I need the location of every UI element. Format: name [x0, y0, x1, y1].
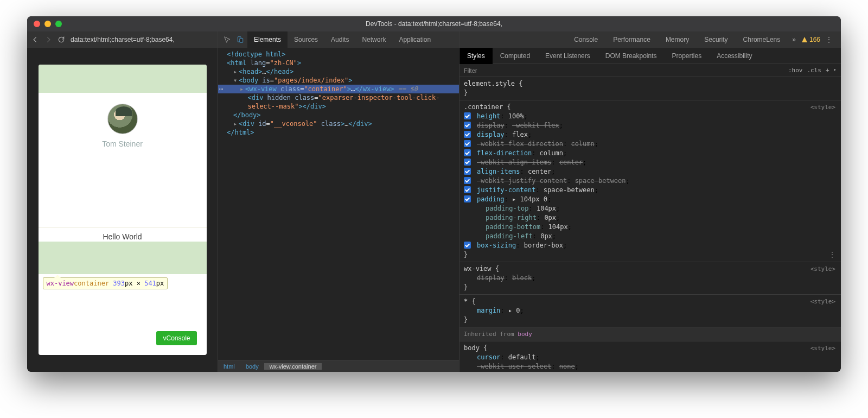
css-prop[interactable]: -webkit-align-items: center; [464, 158, 837, 167]
tab-memory[interactable]: Memory [659, 31, 695, 48]
main-tabs-right: Console Performance Memory Security Chro… [459, 31, 841, 48]
maximize-icon[interactable] [55, 21, 62, 27]
chevron-icon[interactable]: ▸ [834, 67, 837, 74]
user-section: Tom Steiner [39, 93, 207, 218]
css-prop[interactable]: -webkit-flex-direction: column; [464, 140, 837, 149]
css-prop[interactable]: -webkit-justify-content: space-between; [464, 176, 837, 186]
tab-console[interactable]: Console [567, 31, 604, 48]
rule-source[interactable]: <style> [810, 264, 835, 274]
minimize-icon[interactable] [44, 21, 51, 27]
tree-line[interactable]: ▾<body is="pages/index/index"> [218, 76, 459, 85]
devtools-window: DevTools - data:text/html;charset=utf-8;… [27, 16, 841, 372]
rule-container[interactable]: <style> .container { height: 100%;displa… [459, 100, 841, 262]
css-sub-prop[interactable]: padding-top: 104px; [464, 204, 837, 213]
breadcrumb-item[interactable]: wx-view.container [264, 363, 322, 370]
breadcrumb-item[interactable]: body [240, 363, 264, 370]
breadcrumbs: html body wx-view.container [218, 360, 459, 372]
forward-icon[interactable] [44, 36, 52, 43]
tree-line[interactable]: ▸<div id="__vconsole" class>…</div> [218, 119, 459, 128]
tree-line[interactable]: <!doctype html> [218, 50, 459, 59]
subtab-styles[interactable]: Styles [459, 48, 493, 64]
css-sub-prop[interactable]: padding-bottom: 104px; [464, 223, 837, 232]
subtab-accessibility[interactable]: Accessibility [709, 48, 760, 64]
vconsole-button[interactable]: vConsole [156, 331, 196, 345]
tree-line[interactable]: <html lang="zh-CN"> [218, 59, 459, 67]
tab-security[interactable]: Security [698, 31, 734, 48]
checkbox-icon[interactable] [464, 242, 471, 249]
rule-wx-view[interactable]: <style> wx-view { display: block; } [459, 262, 841, 295]
checkbox-icon[interactable] [464, 177, 471, 184]
menu-icon[interactable]: ⋮ [822, 36, 835, 43]
css-prop[interactable]: cursor: default; [464, 353, 837, 362]
tab-sources[interactable]: Sources [288, 31, 324, 48]
tab-elements[interactable]: Elements [247, 31, 288, 48]
phone-mid-band [39, 242, 207, 274]
rule-element-style[interactable]: element.style { } [459, 77, 841, 100]
css-prop[interactable]: display: flex; [464, 130, 837, 140]
warning-badge[interactable]: 166 [801, 36, 820, 43]
close-icon[interactable] [34, 21, 40, 27]
rule-menu-icon[interactable]: ⋮ [829, 250, 835, 259]
checkbox-icon[interactable] [464, 186, 471, 193]
tab-performance[interactable]: Performance [607, 31, 657, 48]
styles-body[interactable]: element.style { } <style> .container { h… [459, 77, 841, 372]
css-prop[interactable]: padding: ▸ 104px 0; [464, 195, 837, 204]
css-prop[interactable]: justify-content: space-between; [464, 186, 837, 195]
cls-button[interactable]: .cls [807, 67, 821, 74]
more-tabs-icon[interactable]: » [789, 36, 799, 43]
add-rule-button[interactable]: + [826, 67, 829, 74]
rule-source[interactable]: <style> [810, 297, 835, 306]
tab-chromelens[interactable]: ChromeLens [737, 31, 787, 48]
phone-preview: Tom Steiner Hello World wx-viewcontainer… [39, 65, 207, 355]
avatar [107, 104, 138, 134]
subtab-computed[interactable]: Computed [493, 48, 538, 64]
filter-row: :hov .cls + ▸ [459, 64, 841, 77]
phone-header [39, 65, 207, 93]
css-prop[interactable]: margin: ▸ 0; [464, 306, 837, 315]
tree-line[interactable]: ▸<head>…</head> [218, 67, 459, 76]
reload-icon[interactable] [58, 36, 65, 43]
elements-tree[interactable]: <!doctype html> <html lang="zh-CN"> ▸<he… [218, 48, 459, 360]
css-sub-prop[interactable]: padding-left: 0px; [464, 232, 837, 241]
checkbox-icon[interactable] [464, 140, 471, 147]
rule-body[interactable]: <style> body { cursor: default;-webkit-u… [459, 341, 841, 372]
back-icon[interactable] [31, 36, 39, 43]
breadcrumb-item[interactable]: html [218, 363, 240, 370]
tree-line[interactable]: </html> [218, 128, 459, 137]
inspect-icon[interactable] [221, 34, 233, 46]
subtab-listeners[interactable]: Event Listeners [538, 48, 598, 64]
css-prop[interactable]: align-items: center; [464, 167, 837, 176]
css-prop[interactable]: display: block; [464, 274, 837, 283]
css-sub-prop[interactable]: padding-right: 0px; [464, 213, 837, 223]
tab-application[interactable]: Application [392, 31, 437, 48]
hov-button[interactable]: :hov [788, 67, 803, 74]
checkbox-icon[interactable] [464, 149, 471, 156]
tab-audits[interactable]: Audits [324, 31, 355, 48]
css-prop[interactable]: height: 100%; [464, 112, 837, 121]
subtab-properties[interactable]: Properties [664, 48, 709, 64]
tab-network[interactable]: Network [355, 31, 392, 48]
css-prop[interactable]: user-select: none; [464, 371, 837, 372]
preview-panel: data:text/html;charset=utf-8;base64, Tom… [27, 31, 218, 372]
checkbox-icon[interactable] [464, 112, 471, 119]
tree-line-selected[interactable]: ▸<wx-view class="container">…</wx-view> … [218, 85, 459, 93]
checkbox-icon[interactable] [464, 131, 471, 138]
rule-source[interactable]: <style> [810, 344, 835, 353]
checkbox-icon[interactable] [464, 122, 471, 129]
checkbox-icon[interactable] [464, 159, 471, 166]
subtab-dom-breakpoints[interactable]: DOM Breakpoints [598, 48, 665, 64]
css-prop[interactable]: -webkit-user-select: none; [464, 362, 837, 371]
checkbox-icon[interactable] [464, 195, 471, 202]
css-prop[interactable]: flex-direction: column; [464, 149, 837, 158]
checkbox-icon[interactable] [464, 168, 471, 175]
rule-source[interactable]: <style> [810, 103, 835, 112]
rule-star[interactable]: <style> * { margin: ▸ 0; } [459, 295, 841, 327]
css-prop[interactable]: display: -webkit-flex; [464, 121, 837, 130]
inherited-label: Inherited from body [459, 327, 841, 341]
filter-input[interactable] [459, 67, 784, 74]
device-toggle-icon[interactable] [234, 34, 246, 46]
tree-line[interactable]: </body> [218, 111, 459, 119]
css-prop[interactable]: box-sizing: border-box; [464, 241, 837, 250]
tree-line[interactable]: <div hidden class="exparser-inspector-to… [218, 93, 459, 102]
tree-line[interactable]: select--mask"></div> [218, 102, 459, 111]
